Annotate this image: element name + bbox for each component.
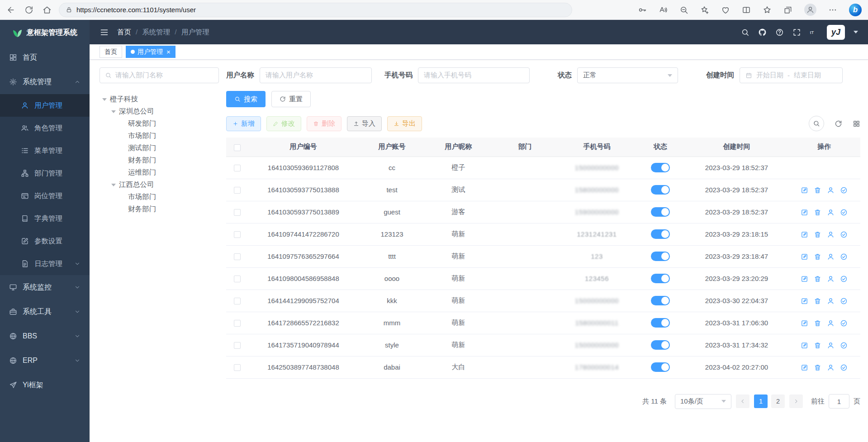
reset-password-icon[interactable]	[827, 364, 835, 371]
status-toggle[interactable]	[651, 229, 670, 239]
row-checkbox[interactable]	[234, 320, 241, 327]
reset-password-icon[interactable]	[827, 186, 835, 194]
导入-button[interactable]: 导入	[347, 116, 382, 131]
row-checkbox[interactable]	[234, 276, 241, 282]
collections-icon[interactable]	[783, 5, 792, 14]
page-1-button[interactable]: 1	[754, 394, 768, 408]
status-toggle[interactable]	[651, 340, 670, 350]
tree-node-江西总公司[interactable]: 江西总公司	[100, 179, 219, 191]
sidebar-item-岗位管理[interactable]: 岗位管理	[0, 185, 90, 207]
delete-icon[interactable]	[814, 209, 821, 216]
sidebar-item-日志管理[interactable]: 日志管理	[0, 252, 90, 275]
status-toggle[interactable]	[651, 185, 670, 195]
删除-button[interactable]: 删除	[307, 116, 342, 131]
assign-role-icon[interactable]	[840, 209, 848, 216]
breadcrumb-system[interactable]: 系统管理	[142, 28, 170, 37]
delete-icon[interactable]	[814, 231, 821, 238]
edit-square-icon[interactable]	[801, 186, 808, 194]
column-settings-button[interactable]	[853, 120, 860, 128]
assign-role-icon[interactable]	[840, 275, 848, 283]
edit-square-icon[interactable]	[801, 231, 808, 238]
tree-node-橙子科技[interactable]: 橙子科技	[100, 93, 219, 105]
assign-role-icon[interactable]	[840, 231, 848, 238]
profile-avatar[interactable]	[804, 4, 816, 16]
prev-page-button[interactable]	[736, 394, 749, 408]
delete-icon[interactable]	[814, 319, 821, 327]
status-toggle[interactable]	[651, 207, 670, 217]
status-toggle[interactable]	[651, 362, 670, 372]
split-screen-icon[interactable]	[742, 5, 751, 14]
tree-node-财务部门[interactable]: 财务部门	[100, 154, 219, 166]
password-key-icon[interactable]	[638, 5, 647, 14]
sidebar-toggle-icon[interactable]	[100, 28, 109, 37]
sidebar-item-首页[interactable]: 首页	[0, 45, 90, 70]
assign-role-icon[interactable]	[840, 319, 848, 327]
sidebar-item-角色管理[interactable]: 角色管理	[0, 117, 90, 139]
reset-password-icon[interactable]	[827, 297, 835, 305]
search-button[interactable]: 搜索	[226, 91, 266, 107]
delete-icon[interactable]	[814, 364, 821, 371]
delete-icon[interactable]	[814, 342, 821, 349]
tab-用户管理[interactable]: 用户管理×	[126, 46, 175, 58]
read-aloud-icon[interactable]	[659, 5, 668, 14]
status-toggle[interactable]	[651, 163, 670, 172]
assign-role-icon[interactable]	[840, 253, 848, 261]
browser-essentials-icon[interactable]	[721, 5, 730, 14]
edit-square-icon[interactable]	[801, 275, 808, 283]
edit-square-icon[interactable]	[801, 209, 808, 216]
select-all-checkbox[interactable]	[234, 144, 241, 151]
sidebar-item-系统工具[interactable]: 系统工具	[0, 299, 90, 324]
sidebar-item-字典管理[interactable]: 字典管理	[0, 207, 90, 230]
reset-password-icon[interactable]	[827, 275, 835, 283]
next-page-button[interactable]	[789, 394, 803, 408]
sidebar-item-用户管理[interactable]: 用户管理	[0, 94, 90, 117]
sidebar-item-参数设置[interactable]: 参数设置	[0, 230, 90, 252]
status-toggle[interactable]	[651, 318, 670, 328]
font-size-icon[interactable]: tT	[810, 28, 818, 37]
reset-button[interactable]: 重置	[271, 91, 311, 107]
row-checkbox[interactable]	[234, 209, 241, 216]
status-toggle[interactable]	[651, 296, 670, 305]
assign-role-icon[interactable]	[840, 297, 848, 305]
breadcrumb-home[interactable]: 首页	[117, 28, 131, 37]
sidebar-item-部门管理[interactable]: 部门管理	[0, 162, 90, 185]
user-avatar[interactable]: yJ	[827, 25, 845, 40]
status-toggle[interactable]	[651, 274, 670, 283]
tree-node-测试部门[interactable]: 测试部门	[100, 142, 219, 154]
sidebar-item-Yi框架[interactable]: Yi框架	[0, 373, 90, 397]
browser-refresh-icon[interactable]	[24, 5, 33, 14]
row-checkbox[interactable]	[234, 231, 241, 238]
more-options-icon[interactable]	[828, 5, 837, 14]
page-size-select[interactable]: 10条/页	[675, 394, 731, 409]
phone-input[interactable]: 请输入手机号码	[418, 67, 530, 83]
goto-page-input[interactable]: 1	[829, 394, 849, 409]
reset-password-icon[interactable]	[827, 209, 835, 216]
header-search-icon[interactable]	[741, 28, 749, 37]
favorites-add-icon[interactable]	[700, 5, 709, 14]
status-select[interactable]: 正常	[577, 67, 678, 83]
delete-icon[interactable]	[814, 297, 821, 305]
assign-role-icon[interactable]	[840, 342, 848, 349]
sidebar-item-菜单管理[interactable]: 菜单管理	[0, 139, 90, 162]
sidebar-item-ERP[interactable]: ERP	[0, 348, 90, 373]
edit-square-icon[interactable]	[801, 297, 808, 305]
help-icon[interactable]	[775, 28, 784, 37]
close-icon[interactable]: ×	[166, 48, 171, 55]
tree-node-财务部门[interactable]: 财务部门	[100, 203, 219, 215]
row-checkbox[interactable]	[234, 253, 241, 260]
row-checkbox[interactable]	[234, 364, 241, 371]
row-checkbox[interactable]	[234, 165, 241, 171]
delete-icon[interactable]	[814, 275, 821, 283]
tree-node-运维部门[interactable]: 运维部门	[100, 166, 219, 179]
tree-node-研发部门[interactable]: 研发部门	[100, 118, 219, 130]
username-input[interactable]: 请输入用户名称	[260, 67, 372, 83]
sidebar-item-系统管理[interactable]: 系统管理	[0, 70, 90, 94]
toggle-search-button[interactable]	[809, 116, 824, 131]
edit-square-icon[interactable]	[801, 253, 808, 261]
reset-password-icon[interactable]	[827, 253, 835, 261]
edit-square-icon[interactable]	[801, 319, 808, 327]
browser-back-icon[interactable]	[6, 5, 15, 14]
address-bar[interactable]: https://ccnetcore.com:1101/system/user	[59, 3, 572, 17]
github-icon[interactable]	[758, 28, 767, 37]
edit-square-icon[interactable]	[801, 364, 808, 371]
